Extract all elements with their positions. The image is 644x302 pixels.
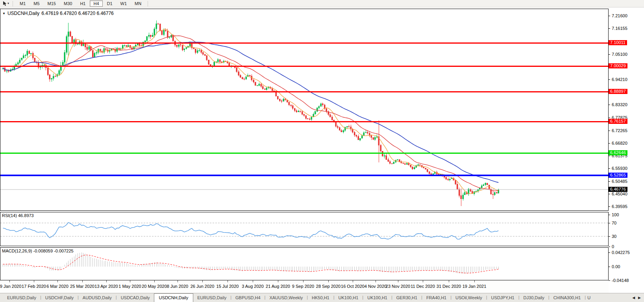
rsi-tick-mark	[609, 247, 610, 247]
chart-tab-dj30[interactable]: DJ30,Daily	[520, 293, 548, 302]
price-tick-label: 6.55930	[612, 166, 627, 171]
tab-scroll-right-icon[interactable]: ▶	[638, 296, 641, 302]
cursor-icon	[2, 1, 7, 6]
price-tick-mark	[609, 143, 610, 144]
rsi-panel[interactable]: RSI(14) 46.8973	[0, 212, 609, 246]
price-tick-label: 7.05100	[612, 52, 627, 57]
price-tick-mark	[609, 28, 610, 29]
timeframe-toolbar: ▾ M1M5M15M30H1H4D1W1MN	[0, 0, 644, 7]
chart-tab-uk100[interactable]: UK100,H1	[363, 293, 391, 302]
chart-tab-eurusd[interactable]: EURUSD,Daily	[193, 293, 230, 302]
rsi-canvas[interactable]	[0, 212, 608, 246]
chart-tab-truncated[interactable]: U	[586, 293, 593, 302]
chart-title: ▼ USDCNH,Daily 6.47619 6.47820 6.46720 6…	[2, 11, 114, 16]
price-tick-label: 6.45040	[612, 192, 627, 196]
date-tick-mark	[82, 280, 83, 282]
macd-tick-label: 0.042275	[612, 250, 630, 255]
current-price-chip: 6.46776	[609, 187, 627, 192]
chart-dropdown-icon[interactable]: ▼	[2, 12, 6, 15]
price-tick-label: 6.50485	[612, 179, 627, 184]
price-level-chip: 6.88897	[609, 89, 627, 94]
macd-tick-mark	[609, 252, 610, 253]
moving-average-45	[3, 42, 499, 182]
main-chart-canvas[interactable]	[0, 9, 608, 210]
date-tick-mark	[228, 280, 228, 282]
timeframe-button-w1[interactable]: W1	[117, 0, 131, 7]
price-tick-label: 7.16155	[612, 26, 627, 31]
chart-tab-audusd[interactable]: AUDUSD,Daily	[79, 293, 116, 302]
chart-symbol-period: USDCNH,Daily	[7, 11, 39, 16]
date-tick-mark	[106, 280, 107, 282]
date-tick-mark	[130, 280, 130, 282]
price-tick-label: 6.83320	[612, 102, 627, 107]
chart-tab-china300[interactable]: CHINA300,H1	[550, 293, 585, 302]
time-axis[interactable]: 29 Jan 202017 Feb 20206 Mar 202025 Mar 2…	[0, 280, 609, 293]
price-tick-mark	[609, 156, 610, 156]
timeframe-button-m5[interactable]: M5	[30, 0, 43, 7]
chart-tab-ger30[interactable]: GER30,H1	[392, 293, 421, 302]
price-level-chip: 7.00029	[609, 63, 627, 68]
price-tick-mark	[609, 131, 610, 131]
chart-tab-uk100[interactable]: UK100,H1	[335, 293, 363, 302]
price-tick-label: 6.39595	[612, 204, 627, 209]
macd-panel[interactable]: MACD(12,26,9) -0.008059 -0.007225	[0, 247, 609, 280]
chart-tab-usdjpy[interactable]: USDJPY,H1	[487, 293, 518, 302]
timeframe-button-d1[interactable]: D1	[104, 0, 116, 7]
timeframe-button-m1[interactable]: M1	[16, 0, 29, 7]
date-tick-mark	[57, 280, 58, 282]
price-tick-mark	[609, 105, 610, 105]
date-tick-mark	[423, 280, 423, 282]
tab-scroll-left-icon[interactable]: ◀	[632, 296, 635, 302]
toolbar-grip[interactable]	[148, 1, 148, 6]
rsi-tick-mark	[609, 236, 610, 237]
macd-tick-mark	[609, 267, 610, 267]
macd-tick-label: 0.00	[612, 264, 620, 269]
macd-label: MACD(12,26,9) -0.008059 -0.007225	[2, 249, 74, 253]
macd-tick-label: -0.04148	[612, 278, 629, 283]
rsi-label: RSI(14) 46.8973	[2, 213, 34, 218]
cursor-tool-button[interactable]: ▾	[1, 1, 10, 6]
macd-signal-line	[3, 255, 499, 273]
chart-tab-hk50[interactable]: HK50,H1	[308, 293, 333, 302]
price-level-chip: 7.10011	[609, 40, 627, 45]
chart-ohlc-quote: 6.47619 6.47820 6.46720 6.46776	[41, 11, 114, 16]
rsi-tick-label: 70	[612, 221, 616, 225]
chart-tab-bar: EURUSD,Daily|USDCHF,Daily|AUDUSD,Daily|U…	[0, 293, 644, 302]
date-tick-label: 19 Jan 2021	[457, 284, 492, 289]
chart-tab-usoil[interactable]: USOil,Weekly	[452, 293, 486, 302]
chevron-down-icon: ▾	[7, 2, 9, 6]
price-tick-mark	[609, 79, 610, 80]
rsi-tick-label: 0	[612, 244, 614, 249]
date-tick-mark	[398, 280, 398, 282]
macd-canvas[interactable]	[0, 248, 608, 280]
date-tick-mark	[178, 280, 178, 282]
chart-tab-eurusd[interactable]: EURUSD,Daily	[3, 293, 40, 302]
date-tick-mark	[376, 280, 376, 282]
candles	[2, 20, 499, 206]
timeframe-button-h4[interactable]: H4	[90, 0, 102, 7]
date-tick-mark	[9, 280, 10, 282]
chart-tab-fra40[interactable]: FRA40,H1	[422, 293, 450, 302]
mt4-window: ▾ M1M5M15M30H1H4D1W1MN ▼ USDCNH,Daily 6.…	[0, 0, 644, 302]
chart-tab-xauusd[interactable]: XAUUSD,Weekly	[265, 293, 307, 302]
price-tick-mark	[609, 118, 610, 118]
main-chart-panel[interactable]: ▼ USDCNH,Daily 6.47619 6.47820 6.46720 6…	[0, 9, 609, 211]
chart-tab-usdchf[interactable]: USDCHF,Daily	[41, 293, 78, 302]
timeframe-button-mn[interactable]: MN	[131, 0, 145, 7]
timeframe-button-m30[interactable]: M30	[60, 0, 76, 7]
chart-tab-usdcad[interactable]: USDCAD,Daily	[117, 293, 154, 302]
timeframe-button-h1[interactable]: H1	[76, 0, 89, 7]
chart-tab-gbpusd[interactable]: GBPUSD,H4	[231, 293, 265, 302]
horizontal-level-lines	[0, 43, 608, 175]
price-tick-label: 7.21600	[612, 13, 627, 18]
chart-tab-usdcnh[interactable]: USDCNH,Daily	[154, 293, 194, 302]
price-tick-mark	[609, 206, 610, 207]
price-axis[interactable]: 7.216007.161557.051006.942106.833206.778…	[609, 8, 644, 293]
price-tick-mark	[609, 16, 610, 16]
macd-tick-mark	[609, 280, 610, 281]
toolbar-grip[interactable]	[13, 1, 13, 6]
date-tick-mark	[253, 280, 253, 282]
date-tick-mark	[474, 280, 475, 282]
price-tick-mark	[609, 194, 610, 194]
timeframe-button-m15[interactable]: M15	[44, 0, 59, 7]
